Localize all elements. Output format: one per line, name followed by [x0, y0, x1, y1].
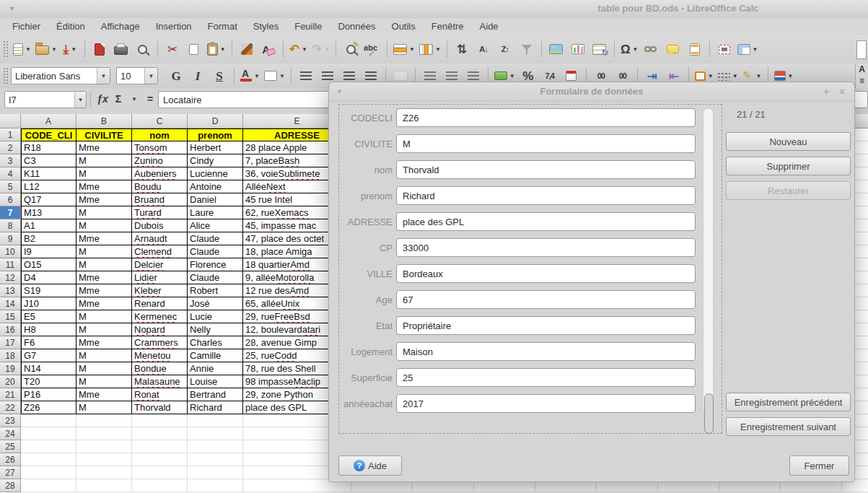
- window-menu-icon[interactable]: ▼: [9, 5, 15, 12]
- redo-button[interactable]: ↷▼: [310, 38, 332, 60]
- italic-button[interactable]: I: [187, 65, 209, 87]
- borders-dropdown-icon[interactable]: ▼: [708, 73, 714, 79]
- next-record-button[interactable]: Enregistrement suivant: [726, 417, 851, 436]
- cell-B8[interactable]: M: [76, 219, 132, 232]
- sum-icon[interactable]: Σ: [110, 91, 126, 107]
- cell-B25[interactable]: [76, 440, 132, 453]
- toolbar-grip[interactable]: [3, 40, 8, 58]
- format-currency-dropdown-icon[interactable]: ▼: [509, 73, 515, 79]
- cell-B24[interactable]: [76, 427, 132, 440]
- highlight-color-dropdown-icon[interactable]: ▼: [279, 73, 285, 79]
- cut-button[interactable]: ✂: [162, 38, 183, 60]
- copy-button[interactable]: [183, 38, 205, 60]
- row-header-12[interactable]: 12: [0, 271, 21, 284]
- toolbar-grip[interactable]: [3, 67, 8, 84]
- cell-C9[interactable]: Arnaudt: [132, 232, 188, 245]
- insert-column-button[interactable]: ▼: [417, 38, 443, 60]
- cell-B23[interactable]: [76, 414, 132, 427]
- menu-item-donnees[interactable]: Données: [330, 19, 383, 33]
- cell-B13[interactable]: Mme: [76, 284, 132, 297]
- spelling-button[interactable]: [361, 38, 383, 60]
- cell-A16[interactable]: H8: [21, 323, 76, 336]
- border-style-dropdown-icon[interactable]: ▼: [732, 73, 738, 79]
- insert-image-button[interactable]: [545, 38, 567, 60]
- open-folder-button[interactable]: ▼: [33, 38, 59, 60]
- cell-C14[interactable]: Renard: [132, 297, 188, 310]
- cell-B19[interactable]: M: [76, 362, 132, 375]
- cell-D14[interactable]: José: [188, 297, 243, 310]
- cell-D8[interactable]: Alice: [188, 219, 243, 232]
- cell-A3[interactable]: C3: [21, 154, 76, 167]
- cell-D27[interactable]: [188, 466, 243, 479]
- clear-formatting-button[interactable]: [258, 38, 279, 60]
- column-header-B[interactable]: B: [76, 114, 132, 128]
- sheet-corner-box[interactable]: [0, 114, 21, 128]
- menu-item-feuille[interactable]: Feuille: [286, 19, 330, 33]
- cell-A11[interactable]: O15: [21, 258, 76, 271]
- form-field-input-Superficie[interactable]: [396, 368, 696, 387]
- cell-D20[interactable]: Louise: [188, 375, 243, 388]
- cell-B12[interactable]: Mme: [76, 271, 132, 284]
- cell-C25[interactable]: [132, 440, 188, 453]
- cell-D26[interactable]: [188, 453, 243, 466]
- help-button[interactable]: ? Aide: [338, 455, 402, 476]
- font-color-button[interactable]: ▼: [238, 65, 262, 87]
- cell-B26[interactable]: [76, 453, 132, 466]
- column-header-C[interactable]: C: [132, 114, 188, 128]
- cell-A22[interactable]: Z26: [21, 401, 76, 414]
- cell-C27[interactable]: [132, 466, 188, 479]
- cell-B27[interactable]: [76, 466, 132, 479]
- row-header-17[interactable]: 17: [0, 336, 21, 349]
- cell-C16[interactable]: Nopard: [132, 323, 188, 336]
- border-color-dropdown-icon[interactable]: ▼: [756, 73, 762, 79]
- cell-B15[interactable]: M: [76, 310, 132, 323]
- restore-record-button[interactable]: Restaurer: [726, 181, 851, 200]
- cell-B28[interactable]: [76, 479, 132, 492]
- cell-D12[interactable]: Claude: [188, 271, 243, 284]
- cell-D1[interactable]: prenom: [188, 128, 243, 141]
- cell-D21[interactable]: Bertrand: [188, 388, 243, 401]
- cell-A19[interactable]: N14: [21, 362, 76, 375]
- cell-A14[interactable]: J10: [21, 297, 76, 310]
- cell-C24[interactable]: [132, 427, 188, 440]
- insert-row-button[interactable]: ▼: [391, 38, 417, 60]
- form-field-input-VILLE[interactable]: [396, 264, 696, 283]
- form-field-input-Logement[interactable]: [396, 342, 696, 361]
- cell-C18[interactable]: Menetou: [132, 349, 188, 362]
- pivot-table-button[interactable]: [589, 38, 610, 60]
- menu-item-format[interactable]: Format: [200, 19, 245, 33]
- cell-D25[interactable]: [188, 440, 243, 453]
- cell-A28[interactable]: [21, 479, 76, 492]
- underline-button[interactable]: S: [209, 65, 230, 87]
- cell-A4[interactable]: K11: [21, 167, 76, 180]
- autofilter-button[interactable]: [516, 38, 538, 60]
- cell-D23[interactable]: [188, 414, 243, 427]
- open-folder-dropdown-icon[interactable]: ▼: [51, 46, 57, 53]
- cell-D5[interactable]: Antoine: [188, 180, 243, 193]
- cell-B11[interactable]: M: [76, 258, 132, 271]
- cell-C6[interactable]: Bruand: [132, 193, 188, 206]
- form-scrollbar-thumb[interactable]: [704, 393, 714, 434]
- font-name-dropdown-icon[interactable]: ▼: [97, 68, 110, 84]
- cell-C28[interactable]: [132, 479, 188, 492]
- cell-D4[interactable]: Lucienne: [188, 167, 243, 180]
- cell-D2[interactable]: Herbert: [188, 141, 243, 154]
- row-header-18[interactable]: 18: [0, 349, 21, 362]
- cell-B14[interactable]: Mme: [76, 297, 132, 310]
- cell-D7[interactable]: Laure: [188, 206, 243, 219]
- undo-button[interactable]: ↶▼: [287, 38, 310, 60]
- cell-A25[interactable]: [21, 440, 76, 453]
- cell-A2[interactable]: R18: [21, 141, 76, 154]
- cell-D19[interactable]: Annie: [188, 362, 243, 375]
- row-header-23[interactable]: 23: [0, 414, 21, 427]
- menu-item-affichage[interactable]: Affichage: [93, 19, 148, 33]
- cell-C22[interactable]: Thorvald: [132, 401, 188, 414]
- cell-D13[interactable]: Robert: [188, 284, 243, 297]
- cell-C1[interactable]: nom: [132, 128, 188, 141]
- comment-button[interactable]: [662, 38, 684, 60]
- row-header-7[interactable]: 7: [0, 206, 21, 219]
- paste-button[interactable]: ▼: [205, 38, 228, 60]
- font-name-input[interactable]: [12, 71, 97, 82]
- cell-B3[interactable]: M: [76, 154, 132, 167]
- cell-D9[interactable]: Claude: [188, 232, 243, 245]
